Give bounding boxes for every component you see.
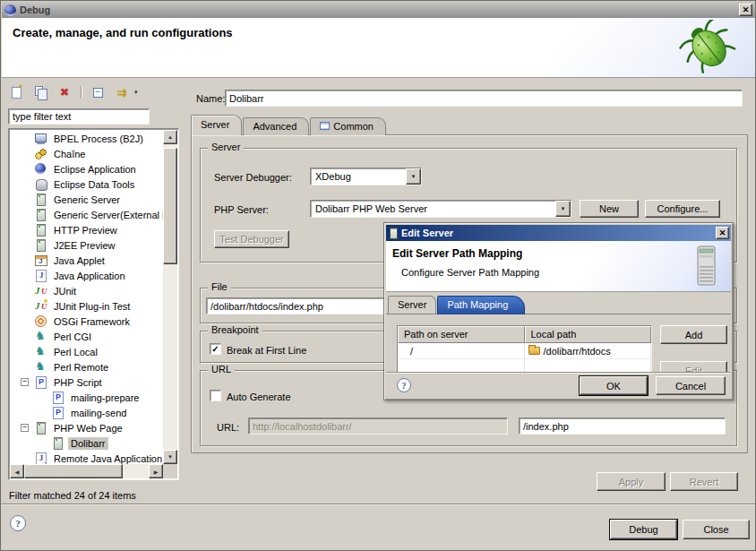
tree-item-osgi-framework[interactable]: OSGi Framework xyxy=(10,314,163,329)
server-debugger-dropdown-icon[interactable]: ▼ xyxy=(406,168,421,185)
new-configuration-button[interactable] xyxy=(8,85,24,99)
tree-item-perl-remote[interactable]: Perl Remote xyxy=(10,359,163,375)
tree-item-perl-local[interactable]: Perl Local xyxy=(10,344,163,359)
tree-item-label: OSGi Framework xyxy=(51,315,133,328)
server-debugger-select[interactable]: XDebug ▼ xyxy=(310,168,422,185)
tree-item-bpel-process-b2j[interactable]: BPEL Process (B2J) xyxy=(10,131,163,146)
tree-item-perl-cgi[interactable]: Perl CGI xyxy=(10,329,163,344)
help-icon[interactable]: ? xyxy=(10,515,26,531)
column-path-on-server[interactable]: Path on server xyxy=(398,326,525,343)
tab-advanced[interactable]: Advanced xyxy=(243,117,309,135)
php-server-dropdown-icon[interactable]: ▼ xyxy=(555,201,571,217)
server-icon xyxy=(34,223,48,237)
tree-item-label: JUnit xyxy=(51,285,79,297)
tree-item-php-web-page[interactable]: −PHP Web Page xyxy=(10,420,163,435)
filter-configurations-button[interactable] xyxy=(114,85,130,99)
break-first-line-checkbox[interactable]: ✓ xyxy=(210,343,221,355)
tree-item-java-applet[interactable]: Java Applet xyxy=(10,253,163,268)
tree-item-j2ee-preview[interactable]: J2EE Preview xyxy=(10,237,163,253)
dialog-help-icon[interactable]: ? xyxy=(397,378,411,392)
tree-item-mailing-send[interactable]: mailing-send xyxy=(10,405,163,420)
tree-item-label: Perl CGI xyxy=(51,331,94,343)
eclipse-logo-icon xyxy=(4,4,16,16)
vertical-scroll-thumb[interactable] xyxy=(163,148,177,264)
server-debugger-label: Server Debugger: xyxy=(214,172,292,183)
ok-button[interactable]: OK xyxy=(580,376,648,395)
url-path-input[interactable] xyxy=(519,418,726,435)
name-label: Name: xyxy=(196,93,225,104)
auto-generate-checkbox[interactable] xyxy=(210,390,221,401)
server-group-label: Server xyxy=(208,142,244,152)
window-close-button[interactable]: ✕ xyxy=(739,4,752,16)
cancel-button[interactable]: Cancel xyxy=(656,376,726,395)
applet-icon xyxy=(34,254,48,267)
filter-menu-arrow-icon[interactable]: ▾ xyxy=(134,89,138,96)
perl-icon xyxy=(34,330,48,343)
tree-item-http-preview[interactable]: HTTP Preview xyxy=(10,222,163,237)
collapse-toggle-icon[interactable]: − xyxy=(21,378,29,386)
duplicate-configuration-button[interactable] xyxy=(32,85,48,99)
path-mapping-row[interactable]: //dolibarr/htdocs xyxy=(398,343,651,359)
junit-icon xyxy=(34,284,48,297)
test-debugger-button[interactable]: Test Debugger xyxy=(214,230,289,248)
filter-input[interactable] xyxy=(8,108,150,125)
tab-server[interactable]: Server xyxy=(191,115,242,135)
tree-item-generic-server-external-la[interactable]: Generic Server(External La xyxy=(10,207,163,222)
tree-item-label: Generic Server(External La xyxy=(51,209,163,221)
tree-item-php-script[interactable]: −PHP Script xyxy=(10,375,163,390)
tab-edit-server-server[interactable]: Server xyxy=(388,296,436,314)
path-mapping-panel: Path on server Local path //dolibarr/htd… xyxy=(386,314,731,374)
tree-item-remote-java-application[interactable]: Remote Java Application xyxy=(10,451,163,464)
tree-item-cha-ne[interactable]: Chaîne xyxy=(10,146,163,161)
server-tower-icon xyxy=(692,245,720,288)
window-titlebar[interactable]: Debug ✕ xyxy=(2,2,755,18)
tree-item-label: Remote Java Application xyxy=(51,452,163,465)
debug-button[interactable]: Debug xyxy=(610,520,677,539)
close-button[interactable]: Close xyxy=(683,520,750,539)
tree-item-eclipse-application[interactable]: Eclipse Application xyxy=(10,161,163,176)
scroll-down-button[interactable]: ▼ xyxy=(163,450,177,464)
edit-server-buttonbar: ? OK Cancel xyxy=(386,372,731,398)
add-mapping-button[interactable]: Add xyxy=(660,325,727,344)
tree-vertical-scrollbar[interactable]: ▲ ▼ xyxy=(163,130,177,464)
scroll-right-button[interactable]: ▶ xyxy=(149,464,163,478)
tree-item-eclipse-data-tools[interactable]: Eclipse Data Tools xyxy=(10,176,163,192)
tree-item-label: Chaîne xyxy=(51,148,88,160)
edit-server-close-button[interactable]: ✕ xyxy=(716,227,729,239)
scroll-up-button[interactable]: ▲ xyxy=(163,130,177,144)
php-server-select[interactable]: Dolibarr PHP Web Server ▼ xyxy=(310,200,571,218)
revert-button[interactable]: Revert xyxy=(670,472,738,491)
tree-item-junit-plug-in-test[interactable]: JUnit Plug-in Test xyxy=(10,298,163,314)
delete-configuration-button[interactable] xyxy=(56,85,73,99)
tree-item-label: Eclipse Application xyxy=(51,163,139,176)
column-local-path[interactable]: Local path xyxy=(525,326,652,343)
horizontal-scroll-thumb[interactable] xyxy=(24,464,123,478)
edit-server-titlebar[interactable]: Edit Server ✕ xyxy=(386,225,731,241)
configure-server-button[interactable]: Configure... xyxy=(645,200,720,218)
tab-path-mapping[interactable]: Path Mapping xyxy=(437,296,525,314)
tree-item-label: mailing-send xyxy=(68,407,129,419)
tree-item-label: BPEL Process (B2J) xyxy=(51,133,146,145)
tree-item-junit[interactable]: JUnit xyxy=(10,283,163,298)
tree-item-label: Perl Local xyxy=(51,346,100,358)
server-icon xyxy=(34,208,48,221)
path-mapping-header: Path on server Local path xyxy=(398,326,651,343)
collapse-toggle-icon[interactable]: − xyxy=(21,424,29,432)
edit-server-tabs: Server Path Mapping xyxy=(388,296,526,314)
path-on-server-cell: / xyxy=(398,343,525,359)
tab-common[interactable]: Common xyxy=(310,117,386,135)
path-mapping-table[interactable]: Path on server Local path //dolibarr/htd… xyxy=(397,325,652,374)
apply-button[interactable]: Apply xyxy=(597,472,666,491)
new-server-button[interactable]: New xyxy=(580,200,639,218)
tree-item-mailing-prepare[interactable]: mailing-prepare xyxy=(10,390,163,405)
tree-item-generic-server[interactable]: Generic Server xyxy=(10,192,163,207)
name-input[interactable] xyxy=(225,90,743,107)
banner-title: Create, manage, and run configurations xyxy=(13,26,233,39)
tree-horizontal-scrollbar[interactable]: ◀ ▶ xyxy=(10,464,163,478)
tree-item-dolibarr[interactable]: Dolibarr xyxy=(10,435,163,451)
tree-item-java-application[interactable]: Java Application xyxy=(10,268,163,283)
osgi-icon xyxy=(34,314,48,328)
scroll-left-button[interactable]: ◀ xyxy=(10,464,24,478)
configurations-tree: BPEL Process (B2J)ChaîneEclipse Applicat… xyxy=(8,128,179,480)
collapse-all-button[interactable]: − xyxy=(90,85,106,99)
